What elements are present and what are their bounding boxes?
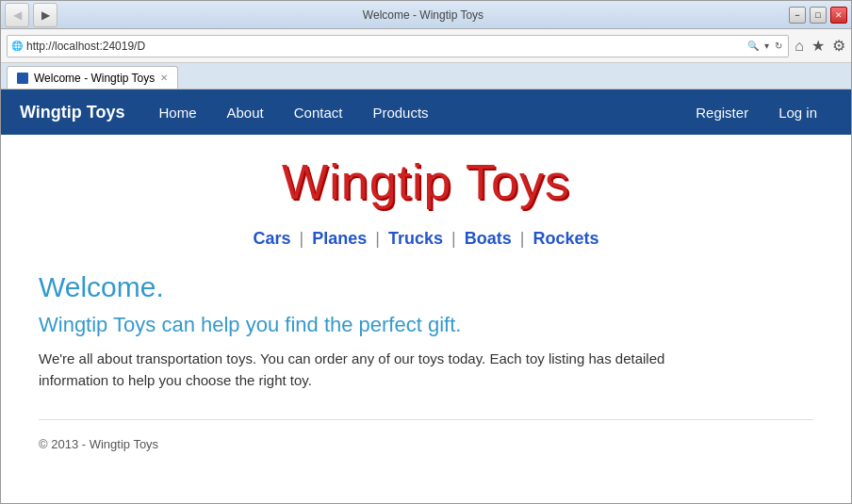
navbar: Wingtip Toys Home About Contact Products… — [1, 89, 851, 135]
close-button[interactable]: ✕ — [830, 7, 847, 24]
tab-page-icon — [17, 73, 28, 84]
favorites-icon[interactable]: ★ — [811, 37, 825, 55]
site-title: Wingtip Toys — [39, 154, 813, 210]
welcome-heading: Welcome. — [39, 271, 813, 303]
nav-login[interactable]: Log in — [763, 89, 832, 135]
category-boats[interactable]: Boats — [465, 229, 512, 248]
title-bar: ◀ ▶ Welcome - Wingtip Toys − □ ✕ — [1, 1, 851, 29]
nav-contact[interactable]: Contact — [279, 89, 358, 135]
url-input[interactable] — [26, 40, 742, 53]
window-title: Welcome - Wingtip Toys — [363, 8, 483, 22]
address-input-actions: 🔍 ▾ ↻ — [746, 41, 784, 51]
main-content: Wingtip Toys Cars | Planes | Trucks | Bo… — [1, 135, 851, 503]
dropdown-icon[interactable]: ▾ — [762, 41, 771, 51]
nav-home[interactable]: Home — [144, 89, 212, 135]
title-bar-left: ◀ ▶ — [5, 3, 57, 27]
nav-register[interactable]: Register — [680, 89, 763, 135]
navbar-links: Home About Contact Products — [144, 89, 681, 135]
url-input-container[interactable]: 🌐 🔍 ▾ ↻ — [7, 35, 789, 57]
page-icon: 🌐 — [11, 41, 23, 51]
maximize-button[interactable]: □ — [810, 7, 827, 24]
home-icon[interactable]: ⌂ — [795, 38, 804, 55]
navbar-right: Register Log in — [680, 89, 832, 135]
tab-close-icon[interactable]: ✕ — [160, 73, 168, 83]
tab-label: Welcome - Wingtip Toys — [34, 72, 155, 85]
sep-4: | — [520, 229, 525, 248]
category-links: Cars | Planes | Trucks | Boats | Rockets — [39, 229, 813, 249]
tab-bar: Welcome - Wingtip Toys ✕ — [1, 63, 851, 89]
window-controls: − □ ✕ — [789, 7, 847, 24]
search-icon[interactable]: 🔍 — [746, 41, 761, 51]
nav-about[interactable]: About — [212, 89, 279, 135]
category-trucks[interactable]: Trucks — [388, 229, 443, 248]
browser-window: ◀ ▶ Welcome - Wingtip Toys − □ ✕ 🌐 🔍 ▾ ↻… — [0, 0, 852, 504]
sep-3: | — [451, 229, 456, 248]
welcome-subheading: Wingtip Toys can help you find the perfe… — [39, 313, 813, 337]
navbar-brand[interactable]: Wingtip Toys — [20, 103, 125, 122]
sep-1: | — [300, 229, 304, 248]
toolbar-icons: ⌂ ★ ⚙ — [795, 37, 845, 55]
welcome-text: We're all about transportation toys. You… — [39, 349, 717, 391]
footer-divider — [39, 419, 813, 420]
sep-2: | — [375, 229, 380, 248]
category-planes[interactable]: Planes — [312, 229, 367, 248]
category-cars[interactable]: Cars — [253, 229, 290, 248]
settings-icon[interactable]: ⚙ — [832, 37, 845, 55]
category-rockets[interactable]: Rockets — [532, 229, 598, 248]
tab-welcome[interactable]: Welcome - Wingtip Toys ✕ — [7, 66, 178, 89]
address-bar: 🌐 🔍 ▾ ↻ ⌂ ★ ⚙ — [1, 29, 851, 63]
footer: © 2013 - Wingtip Toys — [39, 430, 813, 459]
forward-button[interactable]: ▶ — [33, 3, 57, 27]
nav-products[interactable]: Products — [357, 89, 443, 135]
back-button[interactable]: ◀ — [5, 3, 29, 27]
minimize-button[interactable]: − — [789, 7, 806, 24]
refresh-icon[interactable]: ↻ — [773, 41, 784, 51]
